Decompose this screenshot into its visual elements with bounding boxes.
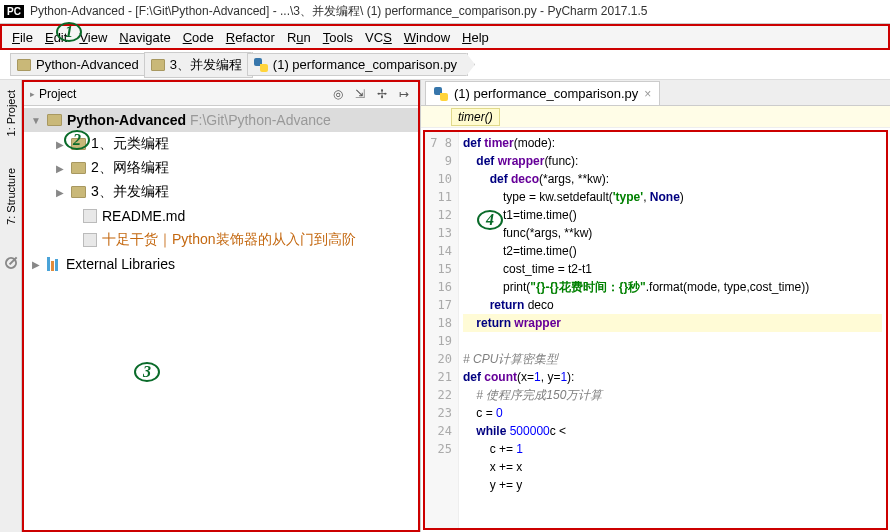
code-area[interactable]: 7 8 9 10 11 12 13 14 15 16 17 18 19 20 2… (423, 130, 888, 530)
tree-external[interactable]: ▶External Libraries (24, 252, 418, 276)
editor-tabs: (1) performance_comparison.py × (421, 80, 890, 106)
tree-folder[interactable]: ▶2、网络编程 (24, 156, 418, 180)
project-header-title[interactable]: Project (30, 87, 330, 101)
gutter: 7 8 9 10 11 12 13 14 15 16 17 18 19 20 2… (425, 132, 459, 528)
breadcrumb-item[interactable]: 3、并发编程 (144, 52, 253, 78)
menu-item[interactable]: Tools (317, 28, 359, 47)
tree-folder[interactable]: ▶3、并发编程 (24, 180, 418, 204)
side-tabs: 1: Project 7: Structure (0, 80, 22, 532)
app-badge: PC (4, 5, 24, 18)
close-icon[interactable]: × (644, 87, 651, 101)
title-bar: PC Python-Advanced - [F:\Git\Python-Adva… (0, 0, 890, 24)
editor-tab[interactable]: (1) performance_comparison.py × (425, 81, 660, 105)
project-header: Project ◎ ⇲ ✢ ↦ (24, 82, 418, 106)
code[interactable]: def timer(mode): def wrapper(func): def … (459, 132, 886, 528)
menu-item[interactable]: VCS (359, 28, 398, 47)
side-tab-structure[interactable]: 7: Structure (3, 162, 19, 231)
menu-item[interactable]: Code (177, 28, 220, 47)
tree-folder[interactable]: ▶1、元类编程 (24, 132, 418, 156)
project-tree[interactable]: ▼Python-Advanced F:\Git\Python-Advance▶1… (24, 106, 418, 530)
editor-pane: (1) performance_comparison.py × timer() … (420, 80, 890, 532)
menu-item[interactable]: Window (398, 28, 456, 47)
editor-crumb-chip[interactable]: timer() (451, 108, 500, 126)
editor-breadcrumb: timer() (421, 106, 890, 128)
breadcrumb-item[interactable]: Python-Advanced (10, 53, 150, 76)
tree-file[interactable]: README.md (24, 204, 418, 228)
menu-item[interactable]: View (73, 28, 113, 47)
git-icon[interactable] (2, 255, 19, 272)
breadcrumb: Python-Advanced3、并发编程(1) performance_com… (0, 50, 890, 80)
tool-collapse-icon[interactable]: ⇲ (352, 86, 368, 102)
menu-bar: FileEditViewNavigateCodeRefactorRunTools… (0, 24, 890, 50)
python-icon (434, 87, 448, 101)
editor-tab-label: (1) performance_comparison.py (454, 86, 638, 101)
tree-root[interactable]: ▼Python-Advanced F:\Git\Python-Advance (24, 108, 418, 132)
tool-hide-icon[interactable]: ↦ (396, 86, 412, 102)
menu-item[interactable]: Edit (39, 28, 73, 47)
project-pane: Project ◎ ⇲ ✢ ↦ ▼Python-Advanced F:\Git\… (22, 80, 420, 532)
menu-item[interactable]: Run (281, 28, 317, 47)
main-area: 1: Project 7: Structure Project ◎ ⇲ ✢ ↦ … (0, 80, 890, 532)
window-title: Python-Advanced - [F:\Git\Python-Advance… (30, 3, 648, 20)
tool-gear-icon[interactable]: ✢ (374, 86, 390, 102)
tool-target-icon[interactable]: ◎ (330, 86, 346, 102)
menu-item[interactable]: Help (456, 28, 495, 47)
breadcrumb-item[interactable]: (1) performance_comparison.py (247, 53, 468, 76)
side-tab-project[interactable]: 1: Project (3, 84, 19, 142)
menu-item[interactable]: Navigate (113, 28, 176, 47)
menu-item[interactable]: Refactor (220, 28, 281, 47)
menu-item[interactable]: File (6, 28, 39, 47)
tree-file[interactable]: 十足干货｜Python装饰器的从入门到高阶 (24, 228, 418, 252)
